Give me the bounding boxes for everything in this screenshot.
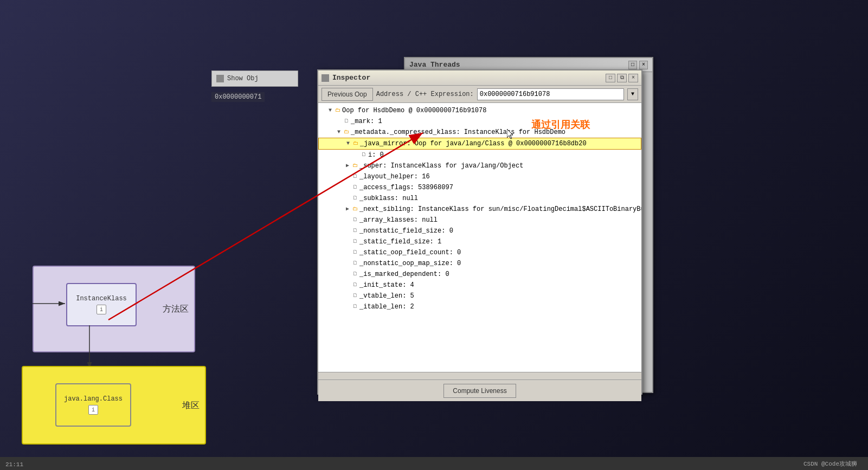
layout-file-icon: 🗋 [351,172,359,181]
java-threads-restore-btn[interactable]: □ [628,61,637,69]
itable-file-icon: 🗋 [351,302,359,311]
inspector-toolbar: Previous Oop Address / C++ Expression: ▼ [318,86,641,103]
address-label-left: 0x0000000071 [211,92,265,102]
tree-root-item[interactable]: ▼ 🗀 Oop for HsdbDemo @ 0x0000000716b9107… [318,105,641,116]
super-text: _super: InstanceKlass for java/lang/Obje… [359,161,523,171]
static-field-file-icon: 🗋 [351,237,359,246]
annotation-text: 通过引用关联 [531,118,590,131]
inspector-title-text: Inspector [332,74,370,82]
static-field-text: _static_field_size: 1 [359,237,441,247]
tree-item-init-state[interactable]: 🗋 _init_state: 4 [318,280,641,291]
tree-item-static-field[interactable]: 🗋 _static_field_size: 1 [318,236,641,247]
inspector-close-btn[interactable]: × [628,74,638,82]
array-klasses-text: _array_klasses: null [359,215,438,225]
access-file-icon: 🗋 [351,183,359,192]
prev-oop-button[interactable]: Previous Oop [322,88,373,101]
tree-item-nonstatic-field[interactable]: 🗋 _nonstatic_field_size: 0 [318,226,641,236]
static-oop-text: _static_oop_field_count: 0 [359,248,461,257]
array-klasses-file-icon: 🗋 [351,216,359,224]
super-folder-icon: 🗀 [351,162,359,170]
marked-text: _is_marked_dependent: 0 [359,269,449,279]
heap-label: 堆区 [182,400,200,411]
metadata-folder-icon: 🗀 [342,128,351,137]
tree-item-static-oop[interactable]: 🗋 _static_oop_field_count: 0 [318,247,641,258]
tree-item-access[interactable]: 🗋 _access_flags: 538968097 [318,182,641,193]
tree-root-text: Oop for HsdbDemo @ 0x0000000716b91078 [342,106,486,115]
root-expand-arrow[interactable]: ▼ [327,106,333,115]
tree-item-nonstatic-oop[interactable]: 🗋 _nonstatic_oop_map_size: 0 [318,258,641,269]
inspector-bottom: Compute Liveness [318,379,641,401]
diagram-panel: InstanceKlass i 方法区 java.lang.Class i 堆区… [22,266,206,450]
java-class-box: java.lang.Class i [55,383,131,427]
method-area: InstanceKlass i 方法区 [33,266,195,352]
nonstatic-field-text: _nonstatic_field_size: 0 [359,226,453,236]
show-obj-text: Show Obj [227,75,259,82]
show-obj-panel[interactable]: Show Obj [211,70,298,87]
root-folder-icon: 🗀 [333,106,342,115]
java-mirror-text: _java_mirror: Oop for java/lang/Class @ … [360,139,587,149]
java-mirror-folder-icon: 🗀 [351,139,360,148]
watermark: CSDN @Code攻城狮 [803,460,857,468]
next-sibling-folder-icon: 🗀 [351,205,359,214]
show-obj-icon [216,75,224,82]
instance-klass-box: InstanceKlass i [66,283,137,326]
nonstatic-oop-text: _nonstatic_oop_map_size: 0 [359,259,461,268]
super-expand[interactable]: ▶ [344,162,351,170]
static-oop-file-icon: 🗋 [351,248,359,257]
inspector-window-icon [322,74,329,82]
tree-item-itable[interactable]: 🗋 _itable_len: 2 [318,301,641,312]
i-text: i: 0 [368,150,384,160]
addr-label: Address / C++ Expression: [376,91,474,98]
instance-klass-icon: i [97,305,106,314]
mark-text: _mark: 1 [351,117,382,126]
tree-item-vtable[interactable]: 🗋 _vtable_len: 5 [318,291,641,301]
java-mirror-expand[interactable]: ▼ [345,139,351,148]
java-class-icon: i [88,405,98,415]
tree-item-java-mirror[interactable]: ▼ 🗀 _java_mirror: Oop for java/lang/Clas… [318,138,641,150]
inspector-title-left: Inspector [322,74,370,82]
tree-item-next-sibling[interactable]: ▶ 🗀 _next_sibling: InstanceKlass for sun… [318,204,641,215]
mark-file-icon: 🗋 [342,117,351,126]
compute-liveness-button[interactable]: Compute Liveness [443,384,516,398]
vtable-file-icon: 🗋 [351,292,359,300]
i-file-icon: 🗋 [359,151,368,159]
tree-item-subklass[interactable]: 🗋 _subklass: null [318,193,641,204]
tree-item-marked[interactable]: 🗋 _is_marked_dependent: 0 [318,269,641,280]
tree-item-array-klasses[interactable]: 🗋 _array_klasses: null [318,215,641,226]
inspector-content[interactable]: ▼ 🗀 Oop for HsdbDemo @ 0x0000000716b9107… [318,103,641,372]
init-state-text: _init_state: 4 [359,280,414,290]
next-sibling-expand[interactable]: ▶ [344,205,351,214]
java-threads-close-btn[interactable]: × [639,61,648,69]
init-state-file-icon: 🗋 [351,281,359,289]
addr-dropdown[interactable]: ▼ [627,88,638,100]
time-indicator: 21:11 [5,461,23,468]
instance-klass-label: InstanceKlass [76,295,127,302]
tree-item-i[interactable]: 🗋 i: 0 [318,150,641,160]
tree-item-super[interactable]: ▶ 🗀 _super: InstanceKlass for java/lang/… [318,160,641,171]
marked-file-icon: 🗋 [351,270,359,279]
nonstatic-field-file-icon: 🗋 [351,227,359,235]
layout-text: _layout_helper: 16 [359,172,430,182]
itable-text: _itable_len: 2 [359,302,414,312]
inspector-window[interactable]: Inspector □ ⧉ × Previous Oop Address / C… [317,69,642,395]
tree-item-metadata[interactable]: ▼ 🗀 _metadata._compressed_klass: Instanc… [318,127,641,138]
nonstatic-oop-file-icon: 🗋 [351,259,359,268]
vtable-text: _vtable_len: 5 [359,291,414,301]
inspector-maximize-btn[interactable]: ⧉ [617,74,627,82]
metadata-expand[interactable]: ▼ [336,128,342,137]
java-class-label: java.lang.Class [64,395,123,403]
subklass-text: _subklass: null [359,194,418,203]
tree-item-mark[interactable]: 🗋 _mark: 1 [318,116,641,127]
access-text: _access_flags: 538968097 [359,183,453,192]
heap-area: java.lang.Class i 堆区 [22,366,206,445]
inspector-scrollbar-h[interactable] [318,372,641,379]
subklass-file-icon: 🗋 [351,194,359,203]
bottom-bar: CSDN @Code攻城狮 [0,457,868,470]
addr-input[interactable] [477,88,624,100]
inspector-restore-btn[interactable]: □ [606,74,615,82]
inspector-win-controls: □ ⧉ × [606,74,638,82]
inspector-titlebar: Inspector □ ⧉ × [318,70,641,86]
java-threads-controls: □ × [628,61,648,69]
next-sibling-text: _next_sibling: InstanceKlass for sun/mis… [359,204,641,214]
tree-item-layout[interactable]: 🗋 _layout_helper: 16 [318,171,641,182]
